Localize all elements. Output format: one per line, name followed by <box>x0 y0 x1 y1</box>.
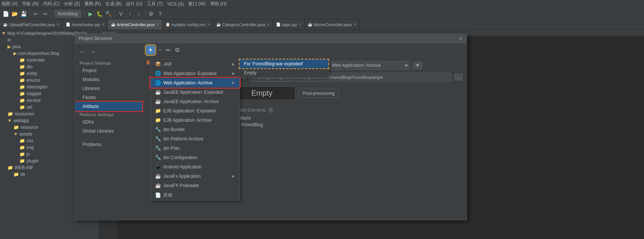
toolbar-open-btn[interactable]: 📂 <box>10 10 19 18</box>
browse-btn[interactable]: ... <box>454 74 463 81</box>
toolbar-git-btn[interactable]: V <box>117 10 125 18</box>
menu-vcs[interactable]: VCS (S) <box>167 1 184 7</box>
tab-close-mybatis[interactable]: ✕ <box>207 22 210 27</box>
dialog-artifact-toolbar: + − ✏ ⧉ <box>142 43 467 57</box>
menubar: 视图 (V) 导航 (N) 代码 (C) 分析 (Z) 重构 (R) 生成 (B… <box>0 0 644 8</box>
menu-tools[interactable]: 工具 (T) <box>147 1 163 7</box>
menu-help[interactable]: 帮助 (H) <box>210 1 227 7</box>
toolbar-save-btn[interactable]: 💾 <box>19 10 28 18</box>
artifact-dir-input[interactable] <box>250 73 451 82</box>
tree-label-dto: dto <box>27 64 33 69</box>
artifact-name-row: Type: Web Application: Archive ▼ <box>228 61 463 70</box>
toolbar-redo-btn[interactable]: ↪ <box>41 10 49 18</box>
menu-refactor[interactable]: 重构 (R) <box>84 1 101 7</box>
tab-category[interactable]: ☕ CategoryController.java ✕ <box>213 19 273 30</box>
tree-label-com: com.liuyanzhao.blog <box>18 51 59 56</box>
menu-analyze[interactable]: 分析 (Z) <box>64 1 80 7</box>
nav-item-libraries[interactable]: Libraries <box>75 84 142 93</box>
tab-homeindex[interactable]: 📄 Home\index.jsp ✕ <box>63 19 108 30</box>
tree-label-assets: assets <box>19 131 32 137</box>
toolbar-run-btn[interactable]: ▶ <box>87 10 95 18</box>
project-name-dropdown[interactable]: forestblog <box>55 10 81 18</box>
menu-generate[interactable]: 生成 (B) <box>105 1 121 7</box>
tab-articlecontroller[interactable]: ☕ ArticleController.java ✕ <box>108 19 162 30</box>
tree-label-lib: lib <box>21 172 25 177</box>
project-structure-dialog[interactable]: Project Structure ✕ ← → Project Settings… <box>75 34 467 220</box>
question-mark-icon[interactable]: ? <box>268 107 274 113</box>
tab-mybatis[interactable]: 📋 mybatis-config.xml ✕ <box>162 19 213 30</box>
tab-close-article[interactable]: ✕ <box>156 22 159 27</box>
avail-item-artifacts[interactable]: ▶ Artifacts <box>228 115 463 121</box>
tab-login[interactable]: 📄 login.jsp ✕ <box>273 19 305 30</box>
xml-icon: 📋 <box>165 22 170 27</box>
tab-close-login[interactable]: ✕ <box>298 22 301 27</box>
nav-item-project[interactable]: Project <box>75 66 142 75</box>
type-dropdown-btn[interactable]: ▼ <box>413 62 422 69</box>
tab-close-homeindex[interactable]: ✕ <box>102 22 105 27</box>
empty-content-box: Empty <box>228 86 295 100</box>
menu-code[interactable]: 代码 (C) <box>43 1 59 7</box>
nav-section-platform-settings: Platform Settings <box>75 111 142 118</box>
folder-icon-img: 📁 <box>19 145 25 150</box>
toolbar-pull-btn[interactable]: ↓ <box>135 10 143 18</box>
toolbar-debug-btn[interactable]: 🐛 <box>96 10 104 18</box>
toolbar-sep-4 <box>115 10 115 17</box>
artifact-type-select[interactable]: Web Application: Archive <box>328 61 410 70</box>
dialog-close-btn[interactable]: ✕ <box>458 35 463 41</box>
folder-icon-enums: 📁 <box>19 78 25 83</box>
nav-item-artifacts[interactable]: Artifacts <box>75 102 142 111</box>
nav-item-facets[interactable]: Facets <box>75 93 142 102</box>
edit-artifact-btn[interactable]: ✏ <box>164 46 172 55</box>
avail-artifacts-label: Artifacts <box>235 115 251 121</box>
tree-label-js: js <box>27 152 30 157</box>
main-area: ▼ blog H:\CollegeDesigner201906\blogTest… <box>0 30 644 239</box>
nav-item-problems[interactable]: Problems <box>75 140 142 149</box>
nav-item-modules[interactable]: Modules <box>75 75 142 84</box>
toolbar-sep-1 <box>30 10 30 17</box>
tab-close-admin[interactable]: ✕ <box>353 22 356 27</box>
tree-label-service: service <box>27 98 41 103</box>
folder-icon-java: ▶ <box>7 44 11 49</box>
artifact-content-area: Empty Post-processing <box>228 86 463 100</box>
toolbar-build-btn[interactable]: 🔨 <box>105 10 113 18</box>
copy-artifact-btn[interactable]: ⧉ <box>174 46 181 54</box>
folder-icon-com: ▶ <box>13 51 17 56</box>
avail-artifacts-icon: ▶ <box>230 115 233 121</box>
java-icon-4: ☕ <box>308 22 312 27</box>
folder-icon-plugin: 📁 <box>19 158 25 164</box>
artifact-list-item-war-exploded[interactable]: 🏺 estBlog:war exploded <box>142 66 224 74</box>
toolbar-new-btn[interactable]: 📄 <box>1 10 10 18</box>
java-icon-3: ☕ <box>216 22 221 27</box>
avail-forestblog-label: ForestBlog <box>241 122 263 127</box>
artifact-list-item-war[interactable]: 🏺 Blog-1.0.0-SNAPSHOT.war <box>142 59 224 66</box>
tab-admin[interactable]: ☕ AdminController.java ✕ <box>305 19 360 30</box>
tree-label-mapper: mapper <box>27 91 42 96</box>
tab-close-uploadfile[interactable]: ✕ <box>56 22 59 27</box>
toolbar-help-btn[interactable]: ? <box>156 10 164 18</box>
tree-label-interceptor: interceptor <box>27 84 48 90</box>
tab-close-category[interactable]: ✕ <box>267 22 270 27</box>
folder-icon-util: 📁 <box>19 105 25 110</box>
remove-artifact-btn[interactable]: − <box>157 46 163 54</box>
nav-item-global-libraries[interactable]: Global Libraries <box>75 127 142 136</box>
nav-item-sdks[interactable]: SDKs <box>75 118 142 127</box>
menu-run[interactable]: 运行 (U) <box>126 1 142 7</box>
dialog-back-btn[interactable]: ← <box>78 48 87 56</box>
menu-window[interactable]: 窗口 (W) <box>188 1 206 7</box>
menu-nav[interactable]: 导航 (N) <box>22 1 38 7</box>
toolbar-undo-btn[interactable]: ↩ <box>32 10 40 18</box>
tree-label-plugin: plugin <box>27 158 38 164</box>
nav-section-project-settings: Project Settings <box>75 59 142 66</box>
toolbar-push-btn[interactable]: ↑ <box>126 10 134 18</box>
post-processing-tab[interactable]: Post-processing <box>298 89 339 98</box>
menu-view[interactable]: 视图 (V) <box>1 1 18 7</box>
dialog-forward-btn[interactable]: → <box>89 48 97 56</box>
artifact-war-label: Blog-1.0.0-SNAPSHOT.war <box>152 60 207 65</box>
toolbar-structure-btn[interactable]: ⚙ <box>147 10 155 18</box>
tree-label-java: java <box>12 44 21 49</box>
tab-uploadfile[interactable]: ☕ UploadFileController.java ✕ <box>0 19 63 30</box>
empty-label: Empty <box>251 89 273 97</box>
artifact-name-input[interactable] <box>228 61 303 70</box>
add-artifact-btn[interactable]: + <box>146 46 155 55</box>
avail-item-forestblog[interactable]: 📁 ForestBlog <box>228 121 463 128</box>
